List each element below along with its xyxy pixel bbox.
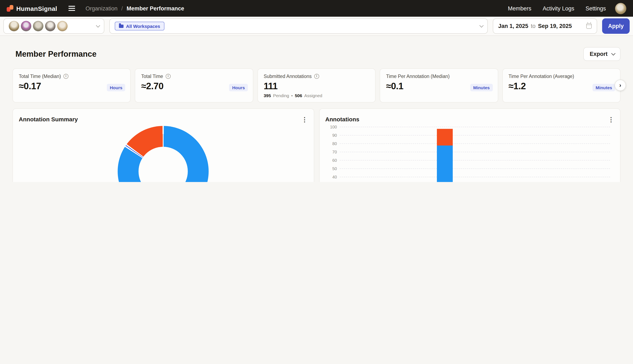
stat-footer-part: 506 (295, 93, 302, 98)
member-avatar (9, 21, 19, 31)
annotations-chart: 010203040506070809010001 202502030405060… (325, 127, 614, 182)
card-header: Annotation Summary ⋮ (19, 115, 308, 124)
app: HumanSignal Organization / Member Perfor… (0, 0, 633, 182)
stat-card-title-row: Total Time (Median)i (19, 74, 125, 79)
stat-footer-part: 395 (264, 93, 271, 98)
bar-stack (437, 127, 453, 182)
stat-cards-next-button[interactable]: › (615, 80, 626, 91)
y-axis-label: 100 (325, 125, 337, 129)
stat-card-title-row: Time Per Annotation (Median) (386, 74, 492, 79)
bar-segment-skipped (437, 129, 453, 146)
info-icon[interactable]: i (166, 74, 171, 79)
page-title: Member Performance (16, 50, 97, 58)
donut-hole (139, 147, 188, 182)
stat-card-submitted-annotations: Submitted Annotationsi111395Pending•506A… (257, 68, 376, 102)
bar-slot (370, 127, 400, 182)
all-workspaces-chip[interactable]: All Workspaces (115, 22, 164, 30)
y-axis-label: 90 (325, 134, 337, 138)
annotation-summary-chart: SubmittedUpdatedSkipped (19, 126, 308, 182)
chevron-down-icon (611, 51, 615, 56)
y-axis-label: 70 (325, 150, 337, 154)
chart-plot: 0102030405060708090100 (340, 127, 610, 182)
member-avatar (45, 21, 56, 31)
stat-card-title-row: Total Timei (141, 74, 247, 79)
member-filter-avatars (9, 21, 69, 31)
humansignal-logo[interactable]: HumanSignal (7, 5, 57, 12)
bar-slot (460, 127, 490, 182)
bar-stack (527, 127, 543, 182)
bar-stack (407, 127, 423, 182)
nav-item-members[interactable]: Members (508, 5, 531, 12)
members-filter-select[interactable] (3, 18, 104, 34)
export-button[interactable]: Export (583, 47, 620, 61)
stat-card-title-row: Submitted Annotationsi (264, 74, 370, 79)
stat-card-title: Time Per Annotation (Median) (386, 74, 450, 79)
bar-stack (467, 127, 483, 182)
stat-card-title: Submitted Annotations (264, 74, 312, 79)
card-title: Annotations (325, 116, 359, 122)
stat-card-unit-badge: Minutes (593, 84, 615, 91)
bar-slots (340, 127, 610, 182)
stat-card-title-row: Time Per Annotation (Average) (508, 74, 614, 79)
member-avatar (57, 21, 68, 31)
kebab-menu-icon[interactable]: ⋮ (301, 116, 308, 122)
date-to: Sep 19, 2025 (538, 23, 572, 29)
date-range-input[interactable]: Jan 1, 2025 to Sep 19, 2025 (493, 18, 597, 34)
page-heading-row: Member Performance Export (0, 36, 633, 68)
stat-card-value: 111 (264, 81, 370, 92)
logo-orange-square (10, 5, 13, 10)
workspaces-filter-select[interactable]: All Workspaces (109, 18, 488, 34)
header-nav: MembersActivity LogsSettings (508, 5, 606, 12)
chevron-down-icon (479, 23, 484, 28)
bar-stack (377, 127, 393, 182)
bar-stack (497, 127, 513, 182)
stat-cards-row: Total Time (Median)i≈0.17HoursTotal Time… (0, 68, 633, 102)
all-workspaces-chip-label: All Workspaces (126, 24, 160, 28)
bar-slot (580, 127, 610, 182)
breadcrumb-page: Member Performance (127, 5, 184, 12)
stat-card-unit-badge: Hours (229, 84, 248, 91)
top-bar: HumanSignal Organization / Member Perfor… (0, 0, 633, 17)
member-avatar (21, 21, 31, 31)
annotations-card: Annotations ⋮ 010203040506070809010001 2… (319, 108, 620, 182)
user-avatar[interactable] (615, 3, 626, 14)
info-icon[interactable]: i (314, 74, 319, 79)
stat-footer-part: Assigned (304, 93, 322, 98)
annotation-summary-card: Annotation Summary ⋮ SubmittedUpdatedSki… (13, 108, 314, 182)
bar-slot (490, 127, 520, 182)
calendar-icon[interactable] (586, 23, 592, 29)
member-avatar (33, 21, 43, 31)
chevron-down-icon (96, 23, 100, 28)
bar-stack (347, 127, 362, 182)
stat-card-title: Total Time (141, 74, 163, 79)
logo-wordmark: HumanSignal (16, 5, 57, 12)
card-title: Annotation Summary (19, 116, 78, 122)
stat-footer-part: Pending (273, 93, 289, 98)
breadcrumb-organization[interactable]: Organization (86, 5, 117, 12)
bar-segment-submitted (437, 146, 453, 182)
apply-button[interactable]: Apply (602, 18, 630, 34)
stat-card-total-time-median: Total Time (Median)i≈0.17Hours (13, 68, 131, 102)
date-range-to-word: to (531, 23, 536, 29)
bar-slot (340, 127, 370, 182)
card-header: Annotations ⋮ (325, 115, 614, 124)
nav-item-settings[interactable]: Settings (585, 5, 606, 12)
stat-card-title: Total Time (Median) (19, 74, 61, 79)
info-icon[interactable]: i (64, 74, 69, 79)
y-axis-label: 50 (325, 167, 337, 171)
bar-stack (587, 127, 603, 182)
nav-item-activity-logs[interactable]: Activity Logs (543, 5, 574, 12)
folder-icon (119, 24, 124, 28)
hamburger-menu-icon[interactable] (69, 6, 75, 11)
donut-chart (118, 126, 209, 182)
stat-card-title: Time Per Annotation (Average) (508, 74, 574, 79)
stat-card-time-per-annotation-average: Time Per Annotation (Average)≈1.2Minutes (502, 68, 620, 102)
bar-slot (430, 127, 460, 182)
stat-footer-part: • (291, 93, 293, 98)
humansignal-logo-icon (7, 5, 13, 12)
export-button-label: Export (590, 51, 607, 57)
bar-slot (400, 127, 430, 182)
kebab-menu-icon[interactable]: ⋮ (608, 116, 614, 122)
stat-card-unit-badge: Hours (107, 84, 125, 91)
breadcrumb: Organization / Member Performance (86, 5, 184, 12)
